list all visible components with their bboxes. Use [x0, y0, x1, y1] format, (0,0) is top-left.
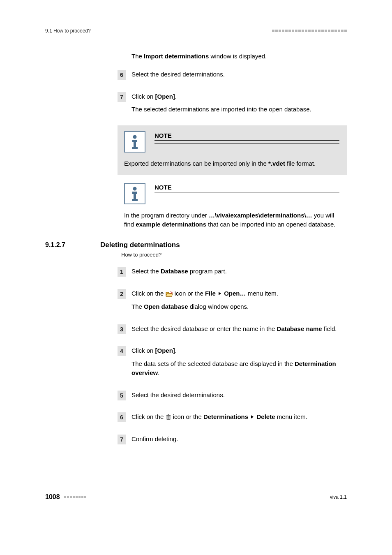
text: Click on — [131, 93, 155, 100]
page-header: 9.1 How to proceed? — [45, 28, 347, 34]
step-1: 1 Select the Database program part. — [131, 267, 347, 280]
trash-icon — [166, 414, 171, 420]
step-number: 7 — [118, 92, 126, 102]
step-body: Select the Database program part. — [131, 267, 347, 280]
step-body: Confirm deleting. — [131, 435, 347, 448]
text: The — [131, 303, 144, 310]
text: Click on — [131, 347, 155, 354]
text: Select the desired database or enter the… — [131, 325, 277, 332]
text-bold: Open… — [224, 290, 246, 297]
text: The selected determinations are imported… — [131, 105, 347, 114]
text: Select the desired determinations. — [131, 70, 347, 79]
text: Click on the icon or the File Open… menu… — [131, 289, 347, 298]
text: menu item. — [246, 290, 278, 297]
step-number: 5 — [118, 391, 126, 400]
svg-rect-11 — [169, 416, 169, 419]
text: Select the desired database or enter the… — [131, 324, 347, 333]
text: that can be imported into an opened data… — [206, 221, 335, 228]
text: In the program directory under — [124, 212, 209, 219]
text: Click on the — [131, 413, 166, 420]
text: The — [131, 53, 144, 60]
page-number: 1008 — [45, 493, 60, 501]
text-bold: Delete — [256, 413, 275, 420]
section-title: Deleting determinations — [100, 241, 180, 249]
step-number: 6 — [118, 412, 126, 422]
step-number: 4 — [118, 346, 126, 356]
content-column: The Import determinations window is disp… — [131, 52, 347, 231]
step-2: 2 Click on the icon or the File Open… me… — [131, 289, 347, 315]
svg-rect-10 — [168, 416, 168, 419]
section-number: 9.1.2.7 — [45, 241, 90, 249]
step-body: Click on the icon or the File Open… menu… — [131, 289, 347, 315]
svg-rect-3 — [132, 147, 138, 149]
step-number: 2 — [118, 289, 126, 299]
note-title: NOTE — [154, 132, 339, 141]
step-body: Click on the icon or the Determinations … — [131, 412, 347, 426]
svg-rect-13 — [168, 414, 169, 415]
text: . — [158, 369, 159, 376]
step-5: 5 Select the desired determinations. — [131, 391, 347, 404]
text: icon or the — [171, 413, 203, 420]
header-ornament — [272, 30, 347, 32]
svg-rect-7 — [132, 199, 138, 201]
step-body: Click on [Open]. The selected determinat… — [131, 92, 347, 118]
step-number: 1 — [118, 267, 126, 277]
text: Confirm deleting. — [131, 435, 347, 444]
text: The data sets of the selected database a… — [131, 359, 347, 377]
note-plain: NOTE In the program directory under …\vi… — [118, 182, 347, 231]
text: Click on the icon or the Determinations … — [131, 412, 347, 421]
text: Click on [Open]. — [131, 346, 347, 355]
step-number: 3 — [118, 324, 126, 334]
open-folder-icon — [166, 291, 173, 297]
note-body: In the program directory under …\viva\ex… — [124, 211, 339, 229]
text-bold: Determinations — [203, 413, 248, 420]
note-title: NOTE — [154, 184, 339, 192]
step-body: Select the desired database or enter the… — [131, 324, 347, 338]
step-number: 6 — [118, 70, 126, 80]
menu-separator-icon — [251, 415, 254, 419]
text: Select the desired determinations. — [131, 391, 347, 400]
step-number: 7 — [118, 435, 126, 444]
note-title-block: NOTE — [154, 183, 339, 195]
text: The Open database dialog window opens. — [131, 302, 347, 311]
text: Select the — [131, 268, 161, 275]
text: Exported determinations can be imported … — [124, 160, 268, 167]
text-bold: [Open] — [155, 347, 175, 354]
svg-rect-6 — [134, 192, 136, 200]
doc-id: viva 1.1 — [330, 494, 347, 500]
text: Select the Database program part. — [131, 267, 347, 276]
text: dialog window opens. — [188, 303, 249, 310]
text: . — [175, 347, 177, 354]
running-head: 9.1 How to proceed? — [45, 28, 91, 34]
text: Click on [Open]. — [131, 92, 347, 101]
text: Click on the — [131, 290, 166, 297]
text: field. — [322, 325, 337, 332]
note-box: NOTE Exported determinations can be impo… — [118, 125, 347, 175]
intro-line: The Import determinations window is disp… — [131, 52, 347, 61]
note-rule — [154, 195, 339, 195]
step-body: Click on [Open]. The data sets of the se… — [131, 346, 347, 381]
page-footer: 1008 viva 1.1 — [45, 493, 347, 501]
section-heading: 9.1.2.7 Deleting determinations — [45, 241, 347, 249]
text-bold: [Open] — [155, 93, 175, 100]
info-icon — [124, 131, 145, 153]
text-bold: Database name — [277, 325, 322, 332]
step-3: 3 Select the desired database or enter t… — [131, 324, 347, 338]
section-caption: How to proceed? — [121, 252, 347, 258]
text: menu item. — [275, 413, 307, 420]
menu-separator-icon — [219, 292, 221, 295]
content-column: 1 Select the Database program part. 2 Cl… — [131, 267, 347, 448]
text-bold: Import determinations — [144, 53, 209, 60]
svg-point-4 — [133, 187, 137, 190]
text: . — [175, 93, 177, 100]
step-7: 7 Click on [Open]. The selected determin… — [131, 92, 347, 118]
step-6b: 6 Click on the icon or the Determination… — [131, 412, 347, 426]
text: The data sets of the selected database a… — [131, 360, 295, 367]
text: icon or the — [173, 290, 205, 297]
step-body: Select the desired determinations. — [131, 391, 347, 404]
note-head: NOTE — [124, 131, 339, 153]
footer-ornament — [64, 496, 86, 498]
text: window is displayed. — [209, 53, 267, 60]
note-body: Exported determinations can be imported … — [124, 159, 339, 168]
text-bold: *.vdet — [268, 160, 285, 167]
